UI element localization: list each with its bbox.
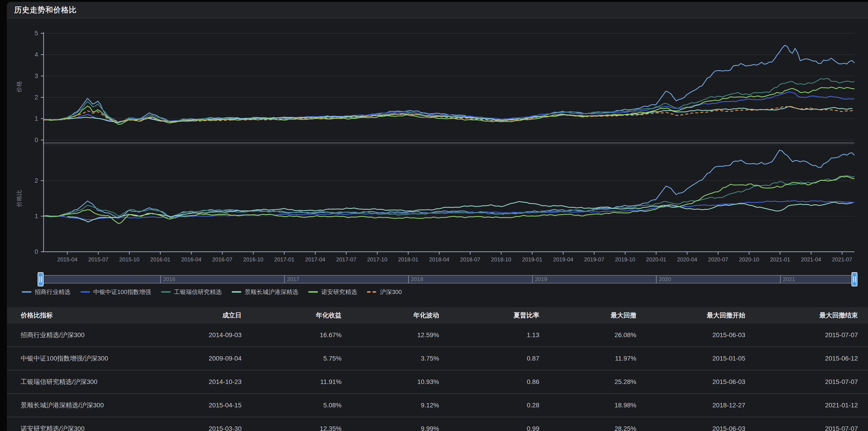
ratio-axis-name: 价格比 [16, 190, 22, 207]
table-cell: 2015-07-07 [745, 370, 868, 394]
table-row: 景顺长城沪港深精选/沪深3002015-04-155.08%9.12%0.281… [7, 394, 868, 417]
table-cell: 景顺长城沪港深精选/沪深300 [7, 394, 149, 417]
slider-handle-left[interactable] [38, 272, 43, 286]
metrics-table-wrap: 价格比指标成立日年化收益年化波动夏普比率最大回撤最大回撤开始最大回撤结束 招商行… [7, 307, 868, 431]
table-cell: 9.12% [342, 394, 439, 417]
price-axis-tick-label: 1 [35, 115, 38, 122]
legend-marker-icon [81, 291, 90, 293]
table-row: 诺安研究精选/沪深3002015-03-3012.35%9.99%0.9928.… [7, 417, 868, 431]
x-axis-label: 2021-04 [801, 256, 821, 263]
table-cell: 2015-04-15 [149, 394, 242, 417]
x-axis-label: 2018-01 [398, 256, 418, 263]
table-cell: 3.75% [342, 347, 439, 370]
legend-label: 景顺长城沪港深精选 [245, 288, 298, 296]
axes: 012345012价格价格比2015-042015-072015-102016-… [16, 30, 855, 263]
table-cell: 5.75% [242, 347, 342, 370]
slider-year-divider [656, 276, 656, 283]
x-axis-label: 2017-10 [367, 256, 387, 263]
legend-item-0[interactable]: 招商行业精选 [22, 288, 70, 296]
slider-year-label: 2021 [783, 276, 795, 283]
table-header-cell: 年化收益 [242, 307, 342, 324]
table-cell: 18.98% [539, 394, 637, 417]
legend-label: 招商行业精选 [35, 288, 70, 296]
legend-label: 中银中证100指数增强 [93, 288, 151, 296]
x-axis-label: 2020-07 [708, 256, 728, 263]
ratio-series-line-2[interactable] [43, 176, 855, 217]
chart-canvas[interactable]: 012345012价格价格比2015-042015-072015-102016-… [0, 0, 868, 266]
table-cell: 招商行业精选/沪深300 [7, 324, 149, 347]
legend-marker-icon [367, 291, 377, 293]
legend-label: 工银瑞信研究精选 [174, 288, 222, 296]
table-cell: 1.13 [439, 324, 539, 347]
table-row: 中银中证100指数增强/沪深3002009-09-045.75%3.75%0.8… [7, 347, 868, 370]
x-axis-label: 2018-10 [491, 256, 511, 263]
app-window: 历史走势和价格比 012345012价格价格比2015-042015-07201… [0, 0, 868, 431]
x-axis-label: 2019-04 [553, 256, 573, 263]
table-cell: 0.87 [439, 347, 539, 370]
table-header-cell: 最大回撤结束 [745, 307, 868, 324]
price-axis-name: 价格 [16, 81, 22, 93]
table-cell: 12.35% [242, 417, 342, 431]
metrics-table: 价格比指标成立日年化收益年化波动夏普比率最大回撤最大回撤开始最大回撤结束 招商行… [7, 307, 868, 431]
x-axis-label: 2016-07 [212, 256, 232, 263]
slider-year-divider [532, 276, 533, 283]
ratio-series-line-4[interactable] [43, 176, 855, 224]
table-cell: 2015-06-03 [637, 417, 745, 431]
ratio-axis-tick-label: 2 [35, 177, 38, 184]
table-cell: 11.91% [242, 370, 342, 394]
slider-year-label: 2017 [287, 276, 299, 283]
price-axis-tick-label: 2 [35, 94, 38, 101]
x-axis-label: 2017-01 [274, 256, 294, 263]
slider-handle-right[interactable] [851, 272, 858, 286]
datazoom-slider[interactable]: 201620172018201920202021 [40, 275, 855, 283]
table-header-cell: 最大回撤开始 [637, 307, 745, 324]
table-cell: 2014-09-03 [149, 324, 242, 347]
table-cell: 2015-06-03 [637, 324, 745, 347]
table-cell: 2015-03-30 [149, 417, 242, 431]
x-axis-label: 2018-07 [460, 256, 480, 263]
price-series-line-2[interactable] [43, 79, 855, 122]
legend-label: 沪深300 [380, 288, 402, 296]
table-header-row: 价格比指标成立日年化收益年化波动夏普比率最大回撤最大回撤开始最大回撤结束 [7, 307, 868, 324]
table-cell: 诺安研究精选/沪深300 [7, 417, 149, 431]
table-header-cell: 最大回撤 [539, 307, 637, 324]
price-series-line-1[interactable] [43, 92, 855, 122]
table-cell: 11.97% [539, 347, 637, 370]
x-axis-label: 2020-04 [677, 256, 697, 263]
slider-year-divider [780, 276, 781, 283]
x-axis-label: 2020-10 [739, 256, 759, 263]
table-cell: 25.28% [539, 370, 637, 394]
x-axis-label: 2020-01 [646, 256, 666, 263]
legend-marker-icon [308, 291, 318, 293]
legend-item-4[interactable]: 诺安研究精选 [308, 288, 357, 296]
x-axis-label: 2021-01 [770, 256, 790, 263]
legend-marker-icon [22, 291, 31, 293]
chart-legend: 招商行业精选中银中证100指数增强工银瑞信研究精选景顺长城沪港深精选诺安研究精选… [22, 288, 402, 296]
price-axis-tick-label: 4 [35, 51, 38, 58]
table-cell: 26.08% [539, 324, 637, 347]
slider-year-label: 2018 [411, 276, 423, 283]
table-header-cell: 价格比指标 [7, 307, 149, 324]
table-cell: 2015-01-05 [637, 347, 745, 370]
x-axis-label: 2017-07 [336, 256, 356, 263]
legend-item-2[interactable]: 工银瑞信研究精选 [161, 288, 222, 296]
table-cell: 9.99% [342, 417, 439, 431]
x-axis-label: 2015-10 [119, 256, 140, 263]
table-header-cell: 年化波动 [342, 307, 439, 324]
legend-item-3[interactable]: 景顺长城沪港深精选 [232, 288, 298, 296]
price-axis-tick-label: 0 [35, 137, 38, 143]
x-axis-label: 2019-07 [584, 256, 604, 263]
legend-item-5[interactable]: 沪深300 [367, 288, 402, 296]
x-axis-label: 2016-10 [243, 256, 264, 263]
x-axis-label: 2016-04 [181, 256, 202, 263]
legend-item-1[interactable]: 中银中证100指数增强 [81, 288, 151, 296]
ratio-axis-tick-label: 0 [35, 248, 38, 255]
slider-year-divider [284, 276, 285, 283]
table-cell: 2015-06-03 [637, 370, 745, 394]
x-axis-label: 2017-04 [305, 256, 325, 263]
table-cell: 10.93% [342, 370, 439, 394]
table-cell: 5.08% [242, 394, 342, 417]
table-cell: 2021-01-12 [745, 394, 868, 417]
table-row: 招商行业精选/沪深3002014-09-0316.67%12.59%1.1326… [7, 324, 868, 347]
ratio-series-line-0[interactable] [43, 150, 855, 218]
